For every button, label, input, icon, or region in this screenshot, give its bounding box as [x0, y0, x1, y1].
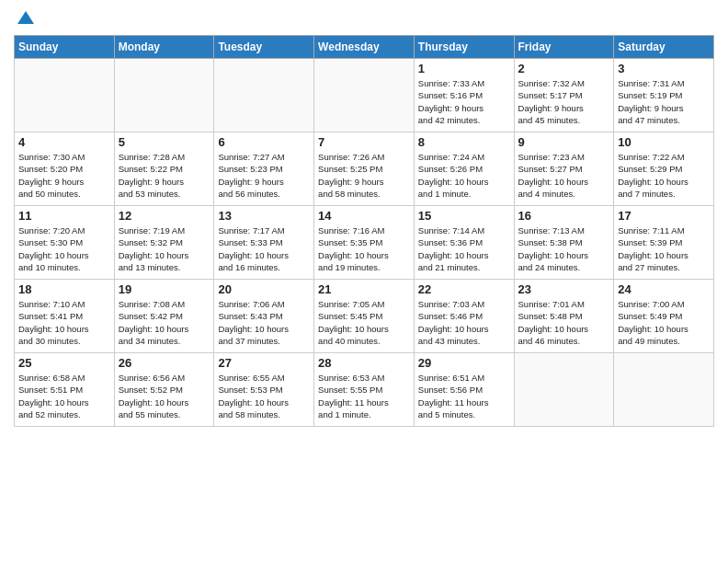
week-row-2: 4Sunrise: 7:30 AMSunset: 5:20 PMDaylight…: [15, 132, 714, 206]
column-header-monday: Monday: [114, 36, 214, 59]
page-container: SundayMondayTuesdayWednesdayThursdayFrid…: [0, 0, 728, 436]
day-info: Sunrise: 7:30 AMSunset: 5:20 PMDaylight:…: [18, 151, 110, 200]
day-info: Sunrise: 7:24 AMSunset: 5:26 PMDaylight:…: [418, 151, 510, 200]
day-info: Sunrise: 7:27 AMSunset: 5:23 PMDaylight:…: [218, 151, 310, 200]
calendar-cell: 10Sunrise: 7:22 AMSunset: 5:29 PMDayligh…: [614, 132, 714, 206]
day-number: 8: [418, 135, 510, 149]
week-row-5: 25Sunrise: 6:58 AMSunset: 5:51 PMDayligh…: [15, 353, 714, 427]
calendar-body: 1Sunrise: 7:33 AMSunset: 5:16 PMDaylight…: [15, 59, 714, 427]
day-info: Sunrise: 7:31 AMSunset: 5:19 PMDaylight:…: [618, 77, 710, 126]
day-info: Sunrise: 7:10 AMSunset: 5:41 PMDaylight:…: [18, 298, 110, 347]
calendar-cell: 8Sunrise: 7:24 AMSunset: 5:26 PMDaylight…: [414, 132, 514, 206]
calendar-cell: [15, 59, 115, 132]
day-info: Sunrise: 6:58 AMSunset: 5:51 PMDaylight:…: [18, 372, 110, 420]
calendar-cell: 28Sunrise: 6:53 AMSunset: 5:55 PMDayligh…: [314, 353, 415, 427]
day-info: Sunrise: 6:55 AMSunset: 5:53 PMDaylight:…: [218, 372, 310, 420]
day-info: Sunrise: 7:14 AMSunset: 5:36 PMDaylight:…: [418, 224, 510, 273]
day-info: Sunrise: 7:05 AMSunset: 5:45 PMDaylight:…: [318, 298, 410, 347]
calendar-cell: [514, 353, 614, 427]
logo-icon: [16, 7, 36, 28]
day-number: 24: [618, 282, 710, 296]
calendar-cell: [114, 59, 214, 132]
day-info: Sunrise: 7:11 AMSunset: 5:39 PMDaylight:…: [618, 224, 710, 273]
day-info: Sunrise: 7:20 AMSunset: 5:30 PMDaylight:…: [18, 224, 110, 273]
svg-marker-0: [17, 11, 34, 24]
calendar-cell: 6Sunrise: 7:27 AMSunset: 5:23 PMDaylight…: [214, 132, 314, 206]
calendar-cell: 7Sunrise: 7:26 AMSunset: 5:25 PMDaylight…: [314, 132, 415, 206]
day-number: 11: [18, 209, 110, 223]
calendar-cell: [214, 59, 314, 132]
calendar-cell: 11Sunrise: 7:20 AMSunset: 5:30 PMDayligh…: [15, 206, 115, 280]
day-number: 17: [618, 209, 710, 223]
calendar-cell: 24Sunrise: 7:00 AMSunset: 5:49 PMDayligh…: [614, 280, 714, 353]
day-number: 14: [318, 209, 410, 223]
day-number: 26: [119, 356, 210, 370]
calendar-cell: 14Sunrise: 7:16 AMSunset: 5:35 PMDayligh…: [314, 206, 415, 280]
day-info: Sunrise: 7:03 AMSunset: 5:46 PMDaylight:…: [418, 298, 510, 347]
column-header-sunday: Sunday: [15, 36, 115, 59]
calendar-cell: 23Sunrise: 7:01 AMSunset: 5:48 PMDayligh…: [514, 280, 614, 353]
calendar-cell: 12Sunrise: 7:19 AMSunset: 5:32 PMDayligh…: [114, 206, 214, 280]
day-info: Sunrise: 7:22 AMSunset: 5:29 PMDaylight:…: [618, 151, 710, 200]
calendar-cell: [314, 59, 415, 132]
week-row-1: 1Sunrise: 7:33 AMSunset: 5:16 PMDaylight…: [15, 59, 714, 132]
day-info: Sunrise: 6:53 AMSunset: 5:55 PMDaylight:…: [318, 372, 410, 420]
calendar-cell: 1Sunrise: 7:33 AMSunset: 5:16 PMDaylight…: [414, 59, 514, 132]
calendar-cell: 16Sunrise: 7:13 AMSunset: 5:38 PMDayligh…: [514, 206, 614, 280]
day-info: Sunrise: 7:06 AMSunset: 5:43 PMDaylight:…: [218, 298, 310, 347]
calendar-cell: 17Sunrise: 7:11 AMSunset: 5:39 PMDayligh…: [614, 206, 714, 280]
day-number: 20: [218, 282, 310, 296]
column-header-saturday: Saturday: [614, 36, 714, 59]
day-info: Sunrise: 7:16 AMSunset: 5:35 PMDaylight:…: [318, 224, 410, 273]
day-number: 5: [119, 135, 210, 149]
column-header-wednesday: Wednesday: [314, 36, 415, 59]
calendar-header-row: SundayMondayTuesdayWednesdayThursdayFrid…: [15, 36, 714, 59]
calendar-cell: 9Sunrise: 7:23 AMSunset: 5:27 PMDaylight…: [514, 132, 614, 206]
day-number: 10: [618, 135, 710, 149]
day-info: Sunrise: 7:28 AMSunset: 5:22 PMDaylight:…: [119, 151, 210, 200]
calendar-cell: 25Sunrise: 6:58 AMSunset: 5:51 PMDayligh…: [15, 353, 115, 427]
day-info: Sunrise: 7:19 AMSunset: 5:32 PMDaylight:…: [119, 224, 210, 273]
day-info: Sunrise: 7:33 AMSunset: 5:16 PMDaylight:…: [418, 77, 510, 126]
day-number: 27: [218, 356, 310, 370]
day-number: 3: [618, 62, 710, 75]
day-info: Sunrise: 6:51 AMSunset: 5:56 PMDaylight:…: [418, 372, 510, 420]
day-info: Sunrise: 7:00 AMSunset: 5:49 PMDaylight:…: [618, 298, 710, 347]
day-number: 9: [518, 135, 610, 149]
day-info: Sunrise: 7:32 AMSunset: 5:17 PMDaylight:…: [518, 77, 610, 126]
day-number: 22: [418, 282, 510, 296]
calendar-table: SundayMondayTuesdayWednesdayThursdayFrid…: [14, 35, 714, 427]
day-info: Sunrise: 7:26 AMSunset: 5:25 PMDaylight:…: [318, 151, 410, 200]
week-row-4: 18Sunrise: 7:10 AMSunset: 5:41 PMDayligh…: [15, 280, 714, 353]
day-number: 6: [218, 135, 310, 149]
day-number: 2: [518, 62, 610, 75]
calendar-cell: 15Sunrise: 7:14 AMSunset: 5:36 PMDayligh…: [414, 206, 514, 280]
day-number: 28: [318, 356, 410, 370]
day-info: Sunrise: 6:56 AMSunset: 5:52 PMDaylight:…: [119, 372, 210, 420]
day-info: Sunrise: 7:01 AMSunset: 5:48 PMDaylight:…: [518, 298, 610, 347]
calendar-cell: 19Sunrise: 7:08 AMSunset: 5:42 PMDayligh…: [114, 280, 214, 353]
day-number: 16: [518, 209, 610, 223]
day-number: 1: [418, 62, 510, 75]
calendar-cell: 4Sunrise: 7:30 AMSunset: 5:20 PMDaylight…: [15, 132, 115, 206]
logo-text: [14, 9, 36, 28]
column-header-thursday: Thursday: [414, 36, 514, 59]
day-info: Sunrise: 7:17 AMSunset: 5:33 PMDaylight:…: [218, 224, 310, 273]
day-number: 29: [418, 356, 510, 370]
day-number: 18: [18, 282, 110, 296]
day-number: 21: [318, 282, 410, 296]
calendar-cell: 13Sunrise: 7:17 AMSunset: 5:33 PMDayligh…: [214, 206, 314, 280]
column-header-tuesday: Tuesday: [214, 36, 314, 59]
calendar-cell: 29Sunrise: 6:51 AMSunset: 5:56 PMDayligh…: [414, 353, 514, 427]
day-number: 25: [18, 356, 110, 370]
day-info: Sunrise: 7:08 AMSunset: 5:42 PMDaylight:…: [119, 298, 210, 347]
logo: [14, 9, 36, 28]
calendar-cell: 2Sunrise: 7:32 AMSunset: 5:17 PMDaylight…: [514, 59, 614, 132]
day-number: 23: [518, 282, 610, 296]
calendar-cell: 20Sunrise: 7:06 AMSunset: 5:43 PMDayligh…: [214, 280, 314, 353]
calendar-cell: 3Sunrise: 7:31 AMSunset: 5:19 PMDaylight…: [614, 59, 714, 132]
calendar-cell: 26Sunrise: 6:56 AMSunset: 5:52 PMDayligh…: [114, 353, 214, 427]
calendar-cell: 5Sunrise: 7:28 AMSunset: 5:22 PMDaylight…: [114, 132, 214, 206]
day-number: 19: [119, 282, 210, 296]
day-info: Sunrise: 7:23 AMSunset: 5:27 PMDaylight:…: [518, 151, 610, 200]
